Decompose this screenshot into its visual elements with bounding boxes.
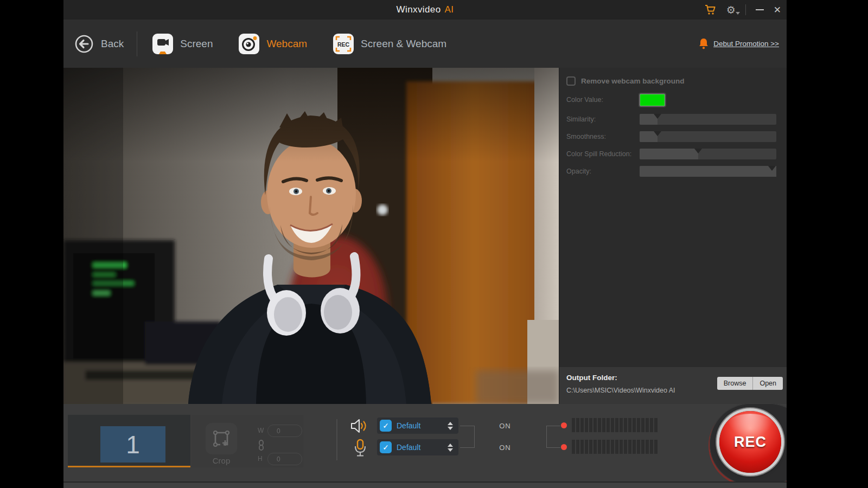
slider-fill <box>640 166 776 177</box>
mic-level-dot <box>561 444 567 450</box>
mode-navbar: Back Screen <box>63 20 787 68</box>
meter-segment <box>576 440 579 454</box>
height-value: 0 <box>277 455 280 463</box>
slider-thumb[interactable] <box>768 166 776 171</box>
bottom-toolbar: 1 Crop W 0 <box>63 404 787 481</box>
color-value-swatch[interactable] <box>640 94 665 106</box>
bottom-status-strip <box>63 481 787 488</box>
connector-line <box>474 426 475 448</box>
meter-segment <box>607 418 610 432</box>
tab-webcam[interactable]: Webcam <box>239 34 307 54</box>
display-number: 1 <box>126 430 140 459</box>
display-selector[interactable]: 1 <box>68 415 190 467</box>
crop-panel: Crop W 0 H 0 <box>192 415 303 467</box>
remove-bg-checkbox[interactable] <box>566 76 576 86</box>
back-label: Back <box>101 38 124 50</box>
slider-thumb[interactable] <box>654 131 661 136</box>
display-thumbnail[interactable]: 1 <box>100 426 165 463</box>
slider-thumb[interactable] <box>694 149 702 153</box>
screen-webcam-rec-icon: REC <box>333 34 354 54</box>
meter-segment <box>628 418 631 432</box>
screen: Winxvideo AI ⚙ ✕ <box>0 0 868 488</box>
similarity-slider[interactable] <box>640 114 776 125</box>
smoothness-slider[interactable] <box>640 131 776 142</box>
promo-link[interactable]: Debut Promotion >> <box>713 40 779 48</box>
connector-line <box>546 447 560 448</box>
link-dimensions-icon[interactable] <box>257 440 265 453</box>
meter-segment <box>624 440 627 454</box>
meter-segment <box>628 440 631 454</box>
meter-segment <box>598 418 601 432</box>
settings-button[interactable]: ⚙ <box>726 4 736 16</box>
open-button[interactable]: Open <box>753 377 783 390</box>
tab-webcam-label: Webcam <box>266 38 307 50</box>
rec-button[interactable]: REC <box>719 411 781 473</box>
shopping-cart-icon <box>705 4 717 15</box>
height-input[interactable]: 0 <box>267 453 302 465</box>
toolbar-divider <box>336 419 337 460</box>
crop-label: Crop <box>192 456 251 465</box>
mic-device-dropdown[interactable]: ✓ Default <box>377 439 458 455</box>
webcam-preview <box>63 68 559 404</box>
meter-segment <box>576 418 579 432</box>
back-button[interactable]: Back <box>74 34 124 54</box>
color-spill-label: Color Spill Reduction: <box>566 150 631 158</box>
slider-thumb[interactable] <box>654 114 661 119</box>
connector-line <box>460 447 474 448</box>
meter-segment <box>572 418 575 432</box>
color-value-label: Color Value: <box>566 96 603 104</box>
meter-segment <box>633 440 636 454</box>
width-input[interactable]: 0 <box>267 425 302 437</box>
minimize-button[interactable] <box>756 9 764 10</box>
meter-segment <box>593 418 597 432</box>
tab-screen[interactable]: Screen <box>152 34 213 54</box>
meter-segment <box>589 440 592 454</box>
titlebar-controls: ⚙ ✕ <box>705 0 781 20</box>
chevron-updown-icon[interactable] <box>448 422 453 430</box>
store-cart-button[interactable] <box>705 4 717 15</box>
main-area: Remove webcam background Color Value: Si… <box>63 68 787 404</box>
meter-segment <box>641 440 644 454</box>
close-button[interactable]: ✕ <box>774 4 781 15</box>
opacity-row: Opacity: <box>566 165 780 178</box>
promo-area: Debut Promotion >> <box>699 20 779 68</box>
meter-segment <box>572 440 575 454</box>
nav-left: Back Screen <box>74 20 446 68</box>
width-label: W <box>258 427 264 434</box>
speaker-level-meter-row <box>561 418 658 432</box>
titlebar-divider <box>745 4 746 15</box>
mic-enabled-checkbox[interactable]: ✓ <box>380 441 392 453</box>
meter-segment <box>624 418 627 432</box>
speaker-level-dot <box>561 422 567 428</box>
nav-divider <box>137 31 137 56</box>
chevron-updown-icon[interactable] <box>448 444 453 452</box>
color-value-row: Color Value: <box>566 94 780 107</box>
tab-screen-webcam[interactable]: REC Screen & Webcam <box>333 34 446 54</box>
output-folder-section: Output Folder: C:\Users\MSIC\Videos\Winx… <box>559 367 787 404</box>
meter-segment <box>620 440 623 454</box>
mic-device-value: Default <box>397 443 448 452</box>
output-folder-label: Output Folder: <box>566 374 617 382</box>
microphone-icon <box>353 439 368 460</box>
webcam-feed-image <box>63 68 559 404</box>
output-folder-buttons: Browse Open <box>717 377 783 390</box>
opacity-slider[interactable] <box>640 166 776 177</box>
mic-level-meter-row <box>561 440 658 454</box>
meter-segment <box>637 418 640 432</box>
caret-down-icon <box>736 12 740 15</box>
speaker-on-status: ON <box>489 422 521 430</box>
opacity-label: Opacity: <box>566 168 591 175</box>
crop-icon <box>212 429 231 448</box>
app-title-main: Winxvideo <box>397 4 441 15</box>
meter-segment <box>589 418 592 432</box>
app-title: Winxvideo AI <box>63 0 787 20</box>
remove-bg-label: Remove webcam background <box>581 77 685 85</box>
color-spill-slider[interactable] <box>640 149 776 159</box>
speaker-enabled-checkbox[interactable]: ✓ <box>380 420 392 432</box>
browse-button[interactable]: Browse <box>717 377 754 390</box>
crop-button[interactable] <box>206 423 237 454</box>
meter-segment <box>602 440 605 454</box>
bell-icon <box>699 38 709 49</box>
speaker-device-dropdown[interactable]: ✓ Default <box>377 418 458 434</box>
rec-button-label: REC <box>719 434 781 451</box>
